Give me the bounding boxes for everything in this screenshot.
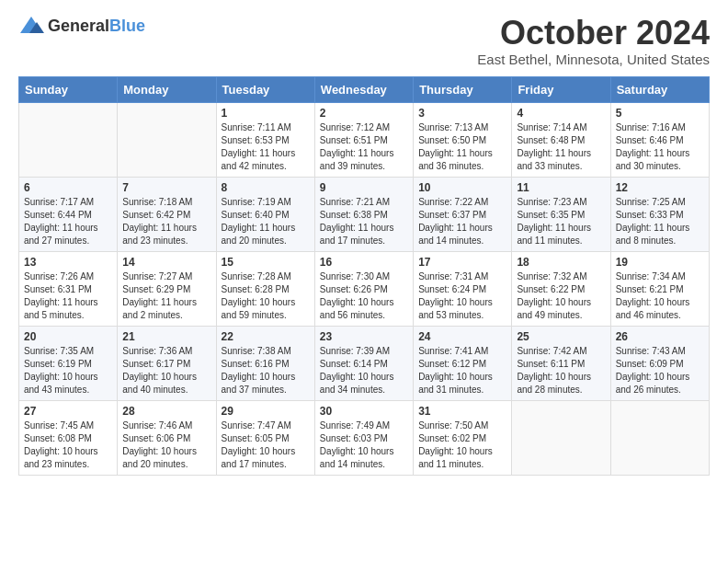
calendar-cell: 22Sunrise: 7:38 AM Sunset: 6:16 PM Dayli… bbox=[216, 326, 314, 400]
calendar-cell: 2Sunrise: 7:12 AM Sunset: 6:51 PM Daylig… bbox=[314, 102, 413, 177]
title-block: October 2024 East Bethel, Minnesota, Uni… bbox=[477, 15, 710, 67]
calendar-cell: 15Sunrise: 7:28 AM Sunset: 6:28 PM Dayli… bbox=[216, 251, 314, 326]
day-info: Sunrise: 7:45 AM Sunset: 6:08 PM Dayligh… bbox=[24, 419, 112, 471]
day-info: Sunrise: 7:43 AM Sunset: 6:09 PM Dayligh… bbox=[616, 345, 704, 396]
header-cell-wednesday: Wednesday bbox=[314, 76, 413, 102]
calendar-cell: 23Sunrise: 7:39 AM Sunset: 6:14 PM Dayli… bbox=[314, 326, 413, 400]
day-number: 28 bbox=[122, 405, 210, 418]
calendar-cell: 4Sunrise: 7:14 AM Sunset: 6:48 PM Daylig… bbox=[512, 102, 610, 177]
calendar-cell: 7Sunrise: 7:18 AM Sunset: 6:42 PM Daylig… bbox=[118, 177, 216, 251]
day-info: Sunrise: 7:17 AM Sunset: 6:44 PM Dayligh… bbox=[24, 196, 112, 247]
day-info: Sunrise: 7:11 AM Sunset: 6:53 PM Dayligh… bbox=[222, 121, 310, 173]
day-info: Sunrise: 7:50 AM Sunset: 6:02 PM Dayligh… bbox=[418, 419, 506, 471]
day-info: Sunrise: 7:39 AM Sunset: 6:14 PM Dayligh… bbox=[320, 345, 408, 396]
calendar-week-4: 20Sunrise: 7:35 AM Sunset: 6:19 PM Dayli… bbox=[19, 326, 710, 400]
day-info: Sunrise: 7:36 AM Sunset: 6:17 PM Dayligh… bbox=[122, 345, 210, 396]
day-info: Sunrise: 7:25 AM Sunset: 6:33 PM Dayligh… bbox=[616, 196, 704, 247]
day-info: Sunrise: 7:34 AM Sunset: 6:21 PM Dayligh… bbox=[616, 270, 704, 322]
calendar-cell: 16Sunrise: 7:30 AM Sunset: 6:26 PM Dayli… bbox=[314, 251, 413, 326]
day-info: Sunrise: 7:28 AM Sunset: 6:28 PM Dayligh… bbox=[222, 270, 310, 322]
day-number: 29 bbox=[222, 405, 310, 418]
calendar-cell: 25Sunrise: 7:42 AM Sunset: 6:11 PM Dayli… bbox=[512, 326, 610, 400]
day-info: Sunrise: 7:13 AM Sunset: 6:50 PM Dayligh… bbox=[418, 121, 506, 173]
day-info: Sunrise: 7:30 AM Sunset: 6:26 PM Dayligh… bbox=[320, 270, 408, 322]
calendar-cell: 9Sunrise: 7:21 AM Sunset: 6:38 PM Daylig… bbox=[314, 177, 413, 251]
calendar-cell: 19Sunrise: 7:34 AM Sunset: 6:21 PM Dayli… bbox=[610, 251, 709, 326]
calendar-cell: 12Sunrise: 7:25 AM Sunset: 6:33 PM Dayli… bbox=[610, 177, 709, 251]
day-info: Sunrise: 7:41 AM Sunset: 6:12 PM Dayligh… bbox=[418, 345, 506, 396]
logo-icon bbox=[18, 15, 44, 37]
day-number: 15 bbox=[222, 256, 310, 269]
calendar-cell: 18Sunrise: 7:32 AM Sunset: 6:22 PM Dayli… bbox=[512, 251, 610, 326]
day-info: Sunrise: 7:27 AM Sunset: 6:29 PM Dayligh… bbox=[122, 270, 210, 322]
calendar-cell: 31Sunrise: 7:50 AM Sunset: 6:02 PM Dayli… bbox=[414, 400, 512, 475]
day-number: 8 bbox=[222, 181, 310, 194]
calendar-cell: 17Sunrise: 7:31 AM Sunset: 6:24 PM Dayli… bbox=[414, 251, 512, 326]
calendar-header: SundayMondayTuesdayWednesdayThursdayFrid… bbox=[19, 76, 710, 102]
calendar-cell: 14Sunrise: 7:27 AM Sunset: 6:29 PM Dayli… bbox=[118, 251, 216, 326]
day-number: 30 bbox=[320, 405, 408, 418]
calendar-cell: 30Sunrise: 7:49 AM Sunset: 6:03 PM Dayli… bbox=[314, 400, 413, 475]
day-number: 18 bbox=[517, 256, 605, 269]
calendar-cell bbox=[610, 400, 709, 475]
calendar-week-3: 13Sunrise: 7:26 AM Sunset: 6:31 PM Dayli… bbox=[19, 251, 710, 326]
calendar-cell bbox=[118, 102, 216, 177]
calendar-body: 1Sunrise: 7:11 AM Sunset: 6:53 PM Daylig… bbox=[19, 102, 710, 475]
calendar-week-5: 27Sunrise: 7:45 AM Sunset: 6:08 PM Dayli… bbox=[19, 400, 710, 475]
day-info: Sunrise: 7:22 AM Sunset: 6:37 PM Dayligh… bbox=[418, 196, 506, 247]
day-info: Sunrise: 7:49 AM Sunset: 6:03 PM Dayligh… bbox=[320, 419, 408, 471]
calendar-cell: 11Sunrise: 7:23 AM Sunset: 6:35 PM Dayli… bbox=[512, 177, 610, 251]
logo-text-blue: Blue bbox=[109, 17, 145, 35]
calendar-cell bbox=[19, 102, 118, 177]
day-info: Sunrise: 7:14 AM Sunset: 6:48 PM Dayligh… bbox=[517, 121, 605, 173]
day-number: 14 bbox=[122, 256, 210, 269]
calendar-cell: 24Sunrise: 7:41 AM Sunset: 6:12 PM Dayli… bbox=[414, 326, 512, 400]
day-info: Sunrise: 7:18 AM Sunset: 6:42 PM Dayligh… bbox=[122, 196, 210, 247]
calendar-cell: 21Sunrise: 7:36 AM Sunset: 6:17 PM Dayli… bbox=[118, 326, 216, 400]
day-number: 11 bbox=[517, 181, 605, 194]
day-info: Sunrise: 7:23 AM Sunset: 6:35 PM Dayligh… bbox=[517, 196, 605, 247]
calendar-table: SundayMondayTuesdayWednesdayThursdayFrid… bbox=[18, 76, 710, 476]
day-number: 23 bbox=[320, 330, 408, 343]
calendar-cell: 26Sunrise: 7:43 AM Sunset: 6:09 PM Dayli… bbox=[610, 326, 709, 400]
day-number: 27 bbox=[24, 405, 112, 418]
calendar-cell: 5Sunrise: 7:16 AM Sunset: 6:46 PM Daylig… bbox=[610, 102, 709, 177]
header-cell-tuesday: Tuesday bbox=[216, 76, 314, 102]
header-cell-sunday: Sunday bbox=[19, 76, 118, 102]
subtitle: East Bethel, Minnesota, United States bbox=[477, 52, 710, 67]
day-number: 3 bbox=[418, 107, 506, 120]
day-info: Sunrise: 7:32 AM Sunset: 6:22 PM Dayligh… bbox=[517, 270, 605, 322]
day-info: Sunrise: 7:38 AM Sunset: 6:16 PM Dayligh… bbox=[222, 345, 310, 396]
day-number: 9 bbox=[320, 181, 408, 194]
day-number: 31 bbox=[418, 405, 506, 418]
day-info: Sunrise: 7:12 AM Sunset: 6:51 PM Dayligh… bbox=[320, 121, 408, 173]
header-cell-saturday: Saturday bbox=[610, 76, 709, 102]
day-info: Sunrise: 7:35 AM Sunset: 6:19 PM Dayligh… bbox=[24, 345, 112, 396]
header-cell-thursday: Thursday bbox=[414, 76, 512, 102]
day-number: 12 bbox=[616, 181, 704, 194]
calendar-cell: 28Sunrise: 7:46 AM Sunset: 6:06 PM Dayli… bbox=[118, 400, 216, 475]
calendar-cell: 20Sunrise: 7:35 AM Sunset: 6:19 PM Dayli… bbox=[19, 326, 118, 400]
day-number: 19 bbox=[616, 256, 704, 269]
day-info: Sunrise: 7:21 AM Sunset: 6:38 PM Dayligh… bbox=[320, 196, 408, 247]
page-header: GeneralBlue October 2024 East Bethel, Mi… bbox=[18, 15, 710, 67]
calendar-week-2: 6Sunrise: 7:17 AM Sunset: 6:44 PM Daylig… bbox=[19, 177, 710, 251]
calendar-cell: 13Sunrise: 7:26 AM Sunset: 6:31 PM Dayli… bbox=[19, 251, 118, 326]
calendar-cell bbox=[512, 400, 610, 475]
day-number: 25 bbox=[517, 330, 605, 343]
day-number: 10 bbox=[418, 181, 506, 194]
calendar-cell: 10Sunrise: 7:22 AM Sunset: 6:37 PM Dayli… bbox=[414, 177, 512, 251]
main-title: October 2024 bbox=[477, 15, 710, 52]
header-row: SundayMondayTuesdayWednesdayThursdayFrid… bbox=[19, 76, 710, 102]
day-number: 17 bbox=[418, 256, 506, 269]
calendar-cell: 29Sunrise: 7:47 AM Sunset: 6:05 PM Dayli… bbox=[216, 400, 314, 475]
day-number: 6 bbox=[24, 181, 112, 194]
calendar-cell: 3Sunrise: 7:13 AM Sunset: 6:50 PM Daylig… bbox=[414, 102, 512, 177]
day-number: 5 bbox=[616, 107, 704, 120]
day-info: Sunrise: 7:47 AM Sunset: 6:05 PM Dayligh… bbox=[222, 419, 310, 471]
day-number: 24 bbox=[418, 330, 506, 343]
day-number: 20 bbox=[24, 330, 112, 343]
calendar-cell: 8Sunrise: 7:19 AM Sunset: 6:40 PM Daylig… bbox=[216, 177, 314, 251]
logo: GeneralBlue bbox=[18, 15, 145, 37]
calendar-cell: 27Sunrise: 7:45 AM Sunset: 6:08 PM Dayli… bbox=[19, 400, 118, 475]
